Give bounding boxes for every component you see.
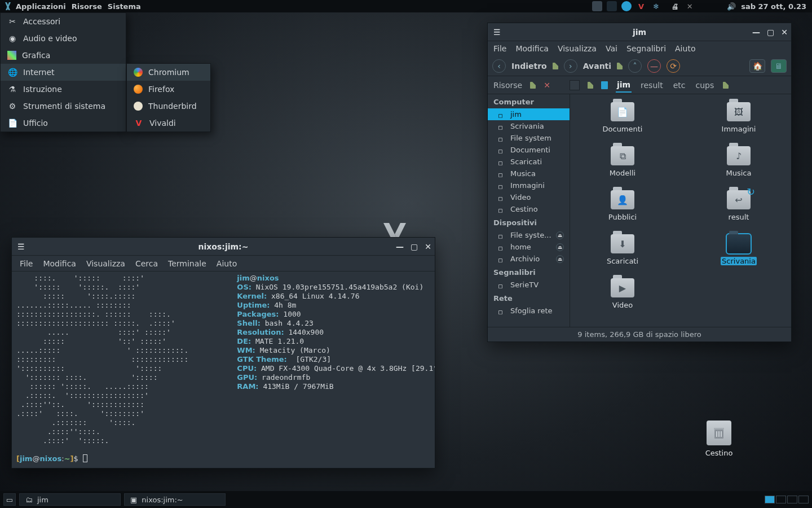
up-button[interactable]: ˄	[628, 59, 642, 73]
fm-titlebar[interactable]: ☰ jim — ▢ ✕	[488, 23, 791, 41]
workspace-3[interactable]	[787, 496, 797, 503]
dismiss-tray-icon[interactable]: ✕	[685, 1, 695, 11]
printer-tray-icon[interactable]: 🖨	[670, 1, 680, 11]
term-menu-help[interactable]: Aiuto	[217, 259, 237, 268]
desktop-trash-label: Cestino	[705, 449, 733, 457]
home-button[interactable]: 🏠	[749, 59, 765, 73]
sidebar-item[interactable]: ▫File syste...⏏	[488, 229, 570, 241]
eject-icon[interactable]: ⏏	[556, 243, 564, 251]
eject-icon[interactable]: ⏏	[556, 231, 564, 239]
terminal-menubar: File Modifica Visualizza Cerca Terminale…	[12, 256, 435, 271]
workspace-2[interactable]	[776, 496, 786, 503]
close-button[interactable]: ✕	[425, 242, 431, 251]
term-menu-view[interactable]: Visualizza	[86, 259, 125, 268]
menu-system-tools[interactable]: ⚙Strumenti di sistema	[1, 98, 126, 115]
submenu-chromium[interactable]: Chromium	[127, 64, 210, 81]
taskbar-button-terminal[interactable]: ▣nixos:jim:~	[124, 493, 226, 506]
term-menu-edit[interactable]: Modifica	[43, 259, 76, 268]
sidebar-item[interactable]: ▫jim	[488, 108, 570, 120]
minimize-button[interactable]: —	[396, 242, 404, 251]
menu-audio-video[interactable]: ◉Audio e video	[1, 30, 126, 47]
eject-icon[interactable]: ⏏	[556, 255, 564, 263]
fm-file-grid[interactable]: 📄 Documenti 🖼 Immagini ⧉ Modelli ♪ Music…	[570, 94, 791, 327]
file-item[interactable]: 👤 Pubblici	[594, 190, 651, 234]
fm-menu-view[interactable]: Visualizza	[558, 44, 597, 53]
sidebar-item[interactable]: ▫Musica	[488, 168, 570, 179]
sidebar-tab-label[interactable]: Risorse	[493, 81, 522, 90]
menu-office[interactable]: 📄Ufficio	[1, 115, 126, 132]
sidebar-item[interactable]: ▫SerieTV	[488, 279, 570, 291]
fm-menu-help[interactable]: Aiuto	[675, 44, 695, 53]
term-menu-file[interactable]: File	[20, 259, 33, 268]
close-sidebar-tab[interactable]: ✕	[544, 81, 550, 90]
minimize-button[interactable]: —	[752, 28, 760, 37]
desktop-trash[interactable]: Cestino	[699, 421, 739, 457]
file-item[interactable]: Scrivania	[710, 234, 767, 278]
maximize-button[interactable]: ▢	[767, 28, 774, 37]
snowflake-icon[interactable]: ❄	[651, 1, 661, 11]
sidebar-item[interactable]: ▫Archivio⏏	[488, 253, 570, 265]
sidebar-item-label: Cestino	[510, 205, 538, 213]
fm-menu-edit[interactable]: Modifica	[515, 44, 549, 53]
workspace-4[interactable]	[798, 496, 809, 503]
submenu-thunderbird[interactable]: Thunderbird	[127, 98, 210, 115]
terminal-titlebar[interactable]: ☰ nixos:jim:~ — ▢ ✕	[12, 238, 435, 256]
path-toggle[interactable]	[570, 80, 580, 90]
maximize-button[interactable]: ▢	[411, 242, 418, 251]
clock[interactable]: sab 27 ott, 0.23	[741, 2, 806, 11]
sidebar-item[interactable]: ▫Scaricati	[488, 156, 570, 168]
chromium-icon	[134, 68, 143, 77]
close-button[interactable]: ✕	[781, 28, 788, 37]
forward-button[interactable]: ›	[564, 59, 577, 73]
back-history-icon[interactable]	[553, 63, 558, 69]
breadcrumb-cups[interactable]: cups	[694, 78, 715, 92]
menu-internet[interactable]: 🌐Internet	[1, 64, 126, 81]
tray-launcher-2[interactable]	[607, 1, 617, 11]
sidebar-item[interactable]: ▫Immagini	[488, 179, 570, 191]
sidebar-item[interactable]: ▫File system	[488, 132, 570, 144]
panel-menu-system[interactable]: Sistema	[108, 2, 141, 11]
file-item[interactable]: 🖼 Immagini	[710, 102, 767, 146]
file-item[interactable]: ↩↻ result	[710, 190, 767, 234]
panel-menu-places[interactable]: Risorse	[72, 2, 102, 11]
sidebar-item[interactable]: ▫Sfoglia rete	[488, 305, 570, 317]
submenu-firefox[interactable]: Firefox	[127, 81, 210, 98]
tray-launcher-1[interactable]	[592, 1, 602, 11]
menu-education[interactable]: ⚗Istruzione	[1, 81, 126, 98]
forward-history-icon[interactable]	[617, 63, 623, 69]
panel-menu-applications[interactable]: Applicazioni	[16, 2, 66, 11]
taskbar-button-fm[interactable]: 🗂jim	[19, 493, 121, 506]
fm-menu-file[interactable]: File	[493, 44, 506, 53]
show-desktop-button[interactable]: ▭	[3, 493, 16, 506]
file-item[interactable]: ⬇ Scaricati	[594, 234, 651, 278]
sidebar-item[interactable]: ▫Scrivania	[488, 120, 570, 132]
breadcrumb-etc[interactable]: etc	[672, 78, 687, 92]
file-item[interactable]: ▶ Video	[594, 278, 651, 322]
file-item[interactable]: 📄 Documenti	[594, 102, 651, 146]
fm-menu-go[interactable]: Vai	[606, 44, 617, 53]
breadcrumb-jim[interactable]: jim	[616, 78, 632, 93]
vivaldi-tray-icon[interactable]: V	[636, 1, 646, 11]
menu-graphics[interactable]: Grafica	[1, 47, 126, 64]
back-button[interactable]: ‹	[492, 59, 506, 73]
sidebar-item[interactable]: ▫Cestino	[488, 203, 570, 215]
computer-button[interactable]: 🖥	[771, 59, 787, 73]
sidebar-item[interactable]: ▫Video	[488, 191, 570, 203]
workspace-1[interactable]	[765, 496, 775, 503]
term-menu-terminal[interactable]: Terminale	[168, 259, 206, 268]
volume-icon[interactable]: 🔊	[726, 1, 736, 11]
term-menu-search[interactable]: Cerca	[135, 259, 158, 268]
file-item[interactable]: ♪ Musica	[710, 146, 767, 190]
file-item[interactable]: ⧉ Modelli	[594, 146, 651, 190]
svg-rect-9	[714, 428, 724, 430]
breadcrumb-result[interactable]: result	[639, 78, 664, 92]
reload-button[interactable]: ⟳	[667, 59, 680, 73]
fm-menu-bookmarks[interactable]: Segnalibri	[626, 44, 666, 53]
terminal-output[interactable]: ::::. '::::: ::::' jim@nixos '::::: ':::…	[12, 271, 435, 468]
tray-launcher-3[interactable]	[621, 1, 632, 11]
submenu-vivaldi[interactable]: VVivaldi	[127, 115, 210, 132]
sidebar-item[interactable]: ▫Documenti	[488, 144, 570, 156]
stop-button[interactable]: —	[647, 59, 661, 73]
menu-accessories[interactable]: ✂Accessori	[1, 13, 126, 30]
sidebar-item[interactable]: ▫home⏏	[488, 241, 570, 253]
